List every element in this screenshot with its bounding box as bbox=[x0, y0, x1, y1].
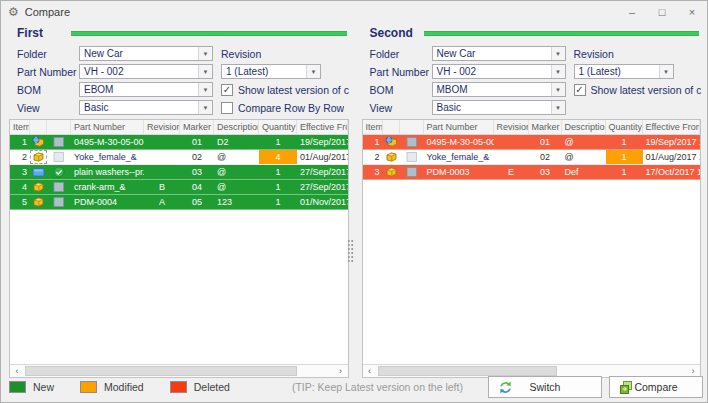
column-header[interactable]: Marker bbox=[529, 120, 562, 134]
column-header[interactable]: Marker bbox=[180, 120, 214, 134]
table-row[interactable]: 2Yoke_female_&02@101/Aug/2017 14:40 bbox=[363, 150, 701, 165]
revision-label: Revision bbox=[221, 48, 261, 60]
checkbox-icon[interactable] bbox=[47, 135, 71, 149]
column-header[interactable]: Part Number bbox=[424, 120, 494, 134]
view-label: View bbox=[17, 102, 79, 114]
column-header[interactable] bbox=[383, 120, 400, 134]
row-quantity: 1 bbox=[259, 195, 297, 209]
compare-row-checkbox[interactable]: ✓ bbox=[221, 102, 233, 114]
part-number-select[interactable]: VH - 002 ▼ bbox=[432, 64, 566, 79]
checkbox-icon[interactable] bbox=[47, 180, 71, 194]
chevron-down-icon[interactable]: ▼ bbox=[551, 47, 565, 60]
folder-select[interactable]: New Car ▼ bbox=[79, 46, 213, 61]
chevron-down-icon[interactable]: ▼ bbox=[551, 65, 565, 78]
minimize-button[interactable]: – bbox=[617, 1, 647, 22]
column-header[interactable]: Description bbox=[214, 120, 259, 134]
row-part-number: PDM-0003 bbox=[424, 165, 494, 179]
maximize-button[interactable]: □ bbox=[647, 1, 677, 22]
chevron-down-icon[interactable]: ▼ bbox=[198, 101, 212, 114]
row-item-number: 2 bbox=[10, 150, 30, 164]
panel-splitter-handle[interactable] bbox=[347, 239, 354, 263]
table-row[interactable]: 10495-M-30-05-0001D2119/Sep/2017 1 bbox=[10, 135, 348, 150]
show-latest-checkbox[interactable]: ✓ bbox=[221, 84, 233, 96]
revision-select[interactable]: 1 (Latest) ▼ bbox=[221, 64, 321, 79]
row-marker: 02 bbox=[180, 150, 214, 164]
row-marker: 02 bbox=[529, 150, 562, 164]
folder-select[interactable]: New Car ▼ bbox=[432, 46, 566, 61]
column-header[interactable]: Part Number bbox=[71, 120, 144, 134]
column-header[interactable]: Quantity bbox=[259, 120, 297, 134]
row-revision bbox=[494, 135, 529, 149]
close-button[interactable]: × bbox=[677, 1, 707, 22]
legend-swatch bbox=[9, 381, 26, 393]
part-number-label: Part Number bbox=[17, 66, 79, 78]
chevron-down-icon[interactable]: ▼ bbox=[198, 47, 212, 60]
table-row[interactable]: 5PDM-0004A05123101/Nov/2017 2 bbox=[10, 195, 348, 210]
chevron-down-icon[interactable]: ▼ bbox=[551, 101, 565, 114]
column-header[interactable]: Revision bbox=[494, 120, 529, 134]
row-quantity: 1 bbox=[606, 150, 643, 164]
legend-swatch bbox=[80, 381, 97, 393]
check-circle-icon[interactable] bbox=[47, 165, 71, 179]
row-item-number: 4 bbox=[10, 180, 30, 194]
compare-button[interactable]: Compare bbox=[609, 376, 703, 398]
chevron-down-icon[interactable]: ▼ bbox=[306, 65, 320, 78]
column-header[interactable]: Quantity bbox=[606, 120, 643, 134]
part-number-select[interactable]: VH - 002 ▼ bbox=[79, 64, 213, 79]
row-revision: A bbox=[144, 195, 180, 209]
show-latest-label: Show latest version of children bbox=[591, 84, 702, 96]
column-header[interactable]: Effective From bbox=[643, 120, 701, 134]
row-marker: 03 bbox=[529, 165, 562, 179]
table-row[interactable]: 2Yoke_female_&02@401/Aug/2017 1 bbox=[10, 150, 348, 165]
view-select[interactable]: Basic ▼ bbox=[79, 100, 213, 115]
row-description: @ bbox=[214, 150, 259, 164]
part-globe-icon bbox=[30, 135, 47, 149]
view-label: View bbox=[370, 102, 432, 114]
part-icon bbox=[30, 180, 47, 194]
row-part-number: crank-arm_& bbox=[71, 180, 144, 194]
table-row[interactable]: 3PDM-0003E03Def117/Oct/2017 13:58 bbox=[363, 165, 701, 180]
view-select[interactable]: Basic ▼ bbox=[432, 100, 566, 115]
column-header[interactable]: Revision bbox=[144, 120, 180, 134]
table-row[interactable]: 10495-M-30-05-0001@119/Sep/2017 16:07 bbox=[363, 135, 701, 150]
chevron-down-icon[interactable]: ▼ bbox=[198, 65, 212, 78]
row-item-number: 1 bbox=[10, 135, 30, 149]
checkbox-light-icon[interactable] bbox=[47, 150, 71, 164]
row-description: D2 bbox=[214, 135, 259, 149]
column-header[interactable] bbox=[400, 120, 424, 134]
compare-icon bbox=[619, 380, 634, 395]
accent-line bbox=[71, 31, 347, 36]
part-globe-icon bbox=[383, 135, 400, 149]
row-marker: 01 bbox=[180, 135, 214, 149]
legend-item: Modified bbox=[80, 381, 144, 393]
column-header[interactable] bbox=[30, 120, 47, 134]
accent-line bbox=[424, 31, 700, 36]
row-revision bbox=[144, 150, 180, 164]
column-header[interactable]: Item bbox=[363, 120, 383, 134]
column-header[interactable]: Effective From bbox=[297, 120, 348, 134]
checkbox-light-icon[interactable] bbox=[400, 150, 424, 164]
chevron-down-icon[interactable]: ▼ bbox=[551, 83, 565, 96]
chevron-down-icon[interactable]: ▼ bbox=[659, 65, 673, 78]
row-part-number: Yoke_female_& bbox=[71, 150, 144, 164]
checkbox-icon[interactable] bbox=[400, 135, 424, 149]
column-header[interactable] bbox=[47, 120, 71, 134]
switch-button[interactable]: Switch bbox=[488, 376, 602, 398]
table-row[interactable]: 3plain washers--pr...03@127/Sep/2017 1 bbox=[10, 165, 348, 180]
show-latest-checkbox[interactable]: ✓ bbox=[574, 84, 586, 96]
checkbox-icon[interactable] bbox=[400, 165, 424, 179]
row-effective-from: 17/Oct/2017 13:58 bbox=[643, 165, 701, 179]
revision-select[interactable]: 1 (Latest) ▼ bbox=[574, 64, 674, 79]
column-header[interactable]: Item bbox=[10, 120, 30, 134]
bom-label: BOM bbox=[370, 84, 432, 96]
bom-select[interactable]: EBOM ▼ bbox=[79, 82, 213, 97]
bom-select[interactable]: MBOM ▼ bbox=[432, 82, 566, 97]
table-row[interactable]: 4crank-arm_&B04@127/Sep/2017 1 bbox=[10, 180, 348, 195]
checkbox-icon[interactable] bbox=[47, 195, 71, 209]
column-header[interactable]: Description bbox=[562, 120, 606, 134]
table-header-row: ItemPart NumberRevisionMarkerDescription… bbox=[363, 120, 701, 135]
row-item-number: 5 bbox=[10, 195, 30, 209]
panel-icon bbox=[30, 165, 47, 179]
chevron-down-icon[interactable]: ▼ bbox=[198, 83, 212, 96]
panel-first: First Folder New Car ▼ Revision Part Num… bbox=[9, 22, 349, 378]
